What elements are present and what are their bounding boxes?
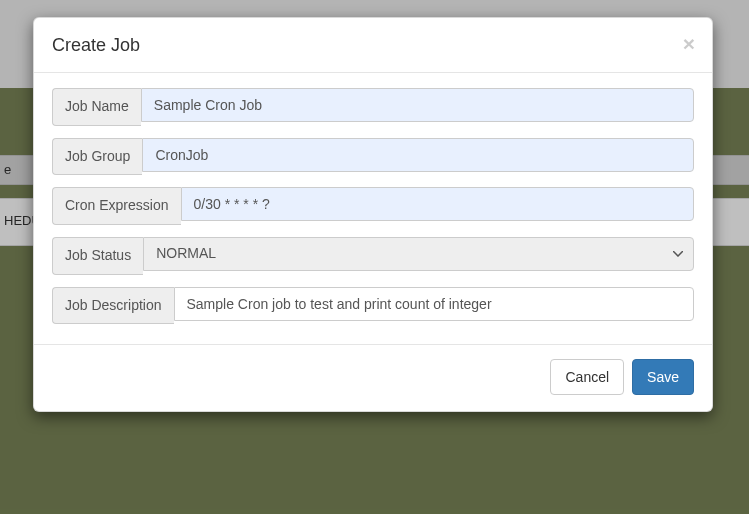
job-group-input[interactable] — [142, 138, 694, 172]
modal-title: Create Job — [52, 33, 140, 58]
job-name-label: Job Name — [52, 88, 141, 126]
cron-expression-group: Cron Expression — [52, 187, 694, 225]
modal-footer: Cancel Save — [34, 344, 712, 411]
job-group-label: Job Group — [52, 138, 142, 176]
job-status-label: Job Status — [52, 237, 143, 275]
job-description-input[interactable] — [174, 287, 695, 321]
job-group-group: Job Group — [52, 138, 694, 176]
cron-expression-input[interactable] — [181, 187, 695, 221]
create-job-modal: Create Job × Job Name Job Group Cron Exp… — [33, 17, 713, 412]
modal-body: Job Name Job Group Cron Expression Job S… — [34, 73, 712, 344]
modal-header: Create Job × — [34, 18, 712, 73]
cancel-button[interactable]: Cancel — [550, 359, 624, 395]
job-description-label: Job Description — [52, 287, 174, 325]
cron-expression-label: Cron Expression — [52, 187, 181, 225]
job-name-group: Job Name — [52, 88, 694, 126]
save-button[interactable]: Save — [632, 359, 694, 395]
job-name-input[interactable] — [141, 88, 694, 122]
close-button[interactable]: × — [681, 33, 697, 54]
job-description-group: Job Description — [52, 287, 694, 325]
job-status-select[interactable]: NORMAL — [143, 237, 694, 271]
job-status-group: Job Status NORMAL — [52, 237, 694, 275]
